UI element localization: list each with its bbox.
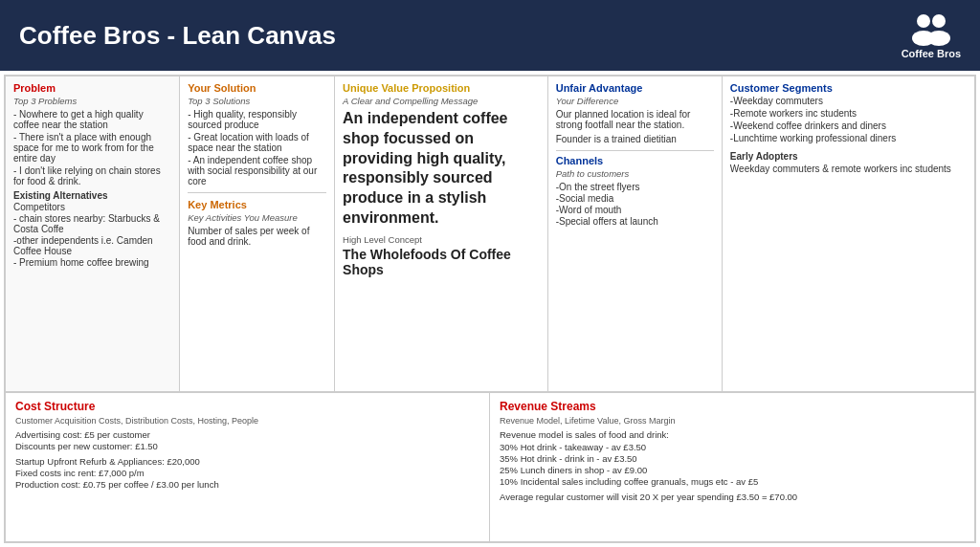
cost-structure-cell: Cost Structure Customer Acquisition Cost… [6, 393, 490, 541]
unfair-subheading: Your Difference [556, 96, 714, 106]
key-metrics-heading: Key Metrics [188, 199, 326, 210]
cost-line-4: Fixed costs inc rent: £7,000 p/m [15, 468, 479, 478]
problem-item-2: - There isn't a place with enough space … [13, 132, 171, 164]
unfair-text: Our planned location is ideal for strong… [556, 109, 714, 130]
upper-grid: Problem Top 3 Problems - Nowhere to get … [6, 77, 974, 393]
solution-cell: Your Solution Top 3 Solutions - High qua… [180, 77, 335, 391]
solution-item-1: - High quality, responsibly sourced prod… [188, 109, 326, 130]
revenue-line-5: Average regular customer will visit 20 X… [500, 492, 965, 502]
competitors-label: Competitors [13, 202, 171, 212]
main-content: Problem Top 3 Problems - Nowhere to get … [4, 75, 976, 543]
cost-line-2: Discounts per new customer: £1.50 [15, 441, 479, 451]
solution-item-2: - Great location with loads of space nea… [188, 132, 326, 153]
uvp-heading: Unique Value Proposition [343, 82, 540, 94]
logo-label: Coffee Bros [902, 48, 961, 59]
channels-sub: Path to customers [556, 168, 714, 179]
page-title: Coffee Bros - Lean Canvas [19, 21, 336, 51]
cost-line-3: Startup Upfront Refurb & Appliances: £20… [15, 456, 479, 467]
segments-heading: Customer Segments [730, 82, 967, 94]
revenue-line-3: 25% Lunch diners in shop - av £9.00 [500, 465, 965, 475]
channel-4: -Special offers at launch [556, 216, 714, 227]
revenue-intro: Revenue model is sales of food and drink… [500, 429, 965, 440]
problem-subheading: Top 3 Problems [13, 96, 171, 106]
problem-heading: Problem [13, 82, 171, 94]
uvp-subheading: A Clear and Compelling Message [343, 96, 540, 106]
uvp-high-level-label: High Level Concept [343, 234, 540, 245]
unfair-top: Unfair Advantage Your Difference Our pla… [556, 82, 714, 151]
channels-section: Channels Path to customers -On the stree… [556, 155, 714, 227]
key-metrics-section: Key Metrics Key Activities You Measure N… [188, 199, 326, 247]
cost-heading: Cost Structure [15, 400, 479, 413]
competitor-1: - chain stores nearby: Starbucks & Costa… [13, 213, 171, 234]
uvp-concept-text: The Wholefoods Of Coffee Shops [343, 247, 540, 277]
solution-subheading: Top 3 Solutions [188, 96, 326, 106]
revenue-line-1: 30% Hot drink - takeaway - av £3.50 [500, 442, 965, 452]
unfair-heading: Unfair Advantage [556, 82, 714, 94]
revenue-streams-cell: Revenue Streams Revenue Model, Lifetime … [490, 393, 974, 541]
segments-cell: Customer Segments -Weekday commuters -Re… [723, 77, 974, 391]
segment-2: -Remote workers inc students [730, 108, 967, 119]
unfair-founder-text: Founder is a trained dietitian [556, 134, 714, 144]
solution-top: Your Solution Top 3 Solutions - High qua… [188, 82, 326, 193]
competitor-3: - Premium home coffee brewing [13, 257, 171, 268]
logo-icon [908, 11, 954, 46]
existing-alt-label: Existing Alternatives [13, 190, 171, 201]
key-metrics-sub: Key Activities You Measure [188, 212, 326, 223]
key-metrics-text: Number of sales per week of food and dri… [188, 226, 326, 247]
header: Coffee Bros - Lean Canvas Coffee Bros [0, 0, 980, 71]
problem-cell: Problem Top 3 Problems - Nowhere to get … [6, 77, 180, 391]
uvp-big-text: An independent coffee shop focussed on p… [343, 109, 540, 229]
revenue-line-2: 35% Hot drink - drink in - av £3.50 [500, 453, 965, 464]
problem-item-1: - Nowhere to get a high quality coffee n… [13, 109, 171, 130]
lower-grid: Cost Structure Customer Acquisition Cost… [6, 393, 974, 541]
channel-1: -On the street flyers [556, 182, 714, 192]
svg-point-0 [917, 14, 930, 28]
revenue-line-4: 10% Incidental sales including coffee gr… [500, 476, 965, 487]
cost-line-1: Advertising cost: £5 per customer [15, 429, 479, 440]
solution-item-3: - An independent coffee shop with social… [188, 155, 326, 186]
page-wrapper: Coffee Bros - Lean Canvas Coffee Bros Pr… [0, 0, 980, 547]
logo-area: Coffee Bros [902, 11, 961, 59]
cost-subheading: Customer Acquisition Costs, Distribution… [15, 416, 479, 426]
revenue-subheading: Revenue Model, Lifetime Value, Gross Mar… [500, 416, 965, 426]
revenue-heading: Revenue Streams [500, 400, 965, 413]
unfair-cell: Unfair Advantage Your Difference Our pla… [548, 77, 723, 391]
segment-4: -Lunchtime working professional diners [730, 133, 967, 143]
segment-1: -Weekday commuters [730, 96, 967, 106]
early-adopters-label: Early Adopters [730, 151, 967, 162]
early-adopters-text: Weekday commuters & remote workers inc s… [730, 164, 967, 174]
channel-3: -Word of mouth [556, 205, 714, 215]
segment-3: -Weekend coffee drinkers and diners [730, 120, 967, 131]
cost-line-5: Production cost: £0.75 per coffee / £3.0… [15, 479, 479, 490]
svg-point-1 [932, 14, 946, 28]
channel-2: -Social media [556, 193, 714, 204]
channels-heading: Channels [556, 155, 714, 166]
solution-heading: Your Solution [188, 82, 326, 94]
problem-item-3: - I don't like relying on chain stores f… [13, 165, 171, 186]
svg-point-3 [927, 31, 950, 46]
uvp-cell: Unique Value Proposition A Clear and Com… [335, 77, 548, 391]
competitor-2: -other independents i.e. Camden Coffee H… [13, 235, 171, 256]
